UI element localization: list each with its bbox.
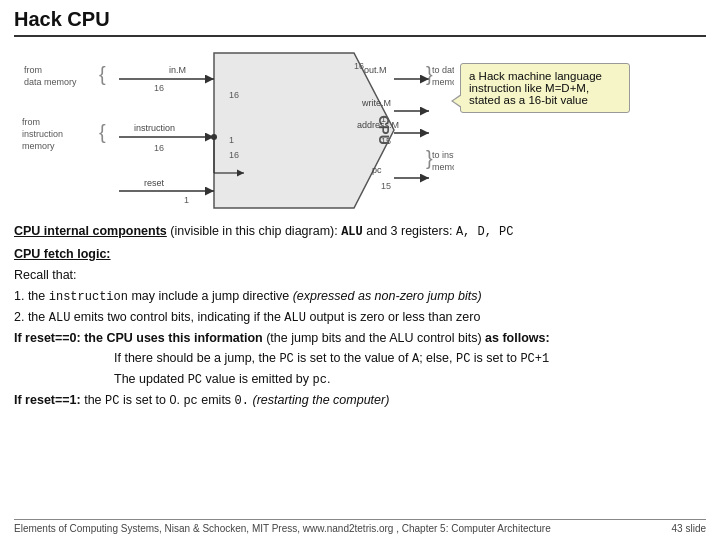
svg-text:15: 15 [381,181,391,191]
svg-marker-0 [214,53,394,208]
if1-bold: the CPU uses this information [84,331,263,345]
point1-italic: (expressed as non-zero jump bits) [293,289,482,303]
svg-text:1: 1 [184,195,189,205]
svg-text:address.M: address.M [357,120,399,130]
if1-line3-pre: The updated [114,372,188,386]
if2-rest2: is set to 0. [119,393,183,407]
if1-line2-mono: PC [279,352,293,366]
recall-text: Recall that: [14,268,77,282]
footer-right: 43 slide [672,523,706,534]
callout-box: a Hack machine language instruction like… [460,63,630,113]
svg-text:write.M: write.M [361,98,391,108]
if1-rest: (the jump bits and the ALU control bits) [263,331,485,345]
svg-text:memory: memory [432,162,454,172]
page-title: Hack CPU [14,8,110,30]
svg-text:16: 16 [154,143,164,153]
if1-bold2: as follows: [485,331,550,345]
registers-label: A, D, PC [456,225,514,239]
if1-line2-rest2: ; else, [419,351,456,365]
if1-line2-rest3: is set to [470,351,520,365]
point1-pre: 1. the [14,289,49,303]
svg-text:from: from [24,65,42,75]
if2-rest3: emits [198,393,235,407]
fetch-logic-title: CPU fetch logic: [14,247,111,261]
if1-line3-mono2: pc [313,373,327,387]
callout-text: a Hack machine language instruction like… [469,70,602,106]
alu-label: ALU [341,225,363,239]
svg-text:1: 1 [229,135,234,145]
cpu-diagram: CPU from data memory { in.M 16 from inst… [14,43,454,218]
if1-line3-end: . [327,372,330,386]
svg-text:reset: reset [144,178,165,188]
text-content: CPU internal components (invisible in th… [14,222,706,519]
svg-text:}: } [426,147,433,169]
svg-text:memory: memory [432,77,454,87]
svg-text:16: 16 [154,83,164,93]
cpu-internal-suffix: (invisible in this chip diagram): [167,224,341,238]
footer-left: Elements of Computing Systems, Nisan & S… [14,523,551,534]
and-text: and 3 registers: [363,224,456,238]
if1-line2-pre: If there should be a jump, the [114,351,279,365]
svg-text:instruction: instruction [134,123,175,133]
point1-mono: instruction [49,290,128,304]
svg-text:in.M: in.M [169,65,186,75]
if2-italic: (restarting the computer) [249,393,389,407]
if2-mono2: pc [183,394,197,408]
svg-text:out.M: out.M [364,65,387,75]
if2-mono1: PC [105,394,119,408]
point2-mono2: ALU [284,311,306,325]
cpu-internal-title: CPU internal components [14,224,167,238]
if1-pre: If reset==0: [14,331,84,345]
point1-rest: may include a jump directive [128,289,293,303]
if2-rest: the [84,393,105,407]
svg-text:to instruction: to instruction [432,150,454,160]
if1-line2-mono3: PC+1 [520,352,549,366]
if1-line2-mono2: PC [456,352,470,366]
svg-text:instruction: instruction [22,129,63,139]
if2-pre: If reset==1: [14,393,84,407]
if1-line3-rest: value is emitted by [202,372,312,386]
if1-line3-mono: PC [188,373,202,387]
if2-mono3: 0. [235,394,249,408]
svg-text:16: 16 [354,61,364,71]
footer: Elements of Computing Systems, Nisan & S… [14,519,706,534]
svg-text:16: 16 [229,150,239,160]
svg-text:}: } [426,63,433,85]
svg-text:to data: to data [432,65,454,75]
svg-text:{: { [99,121,106,143]
point2-rest2: output is zero or less than zero [306,310,480,324]
svg-text:memory: memory [22,141,55,151]
svg-text:pc: pc [372,165,382,175]
point2-pre: 2. the [14,310,49,324]
svg-text:from: from [22,117,40,127]
svg-text:data memory: data memory [24,77,77,87]
point2-rest: emits two control bits, indicating if th… [70,310,284,324]
if1-line2-rest: is set to the value of [294,351,412,365]
svg-text:16: 16 [229,90,239,100]
svg-text:{: { [99,63,106,85]
point2-mono1: ALU [49,311,71,325]
svg-text:15: 15 [381,136,391,146]
